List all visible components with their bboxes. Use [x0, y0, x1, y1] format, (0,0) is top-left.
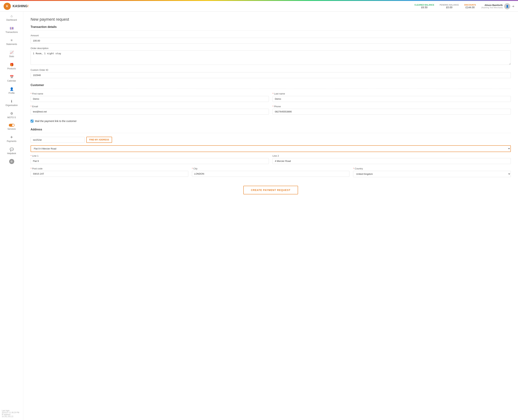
pending-balance: PENDING BALANCE £0.00: [440, 4, 459, 9]
city-postcode-country-row: Post code City Country United Kingdom Un…: [31, 167, 511, 180]
sidebar-item-dashboard[interactable]: ⌂ Dashboard: [0, 12, 23, 24]
dashboard-icon: ⌂: [11, 14, 13, 18]
sidebar-item-label: MOTO S: [7, 116, 16, 119]
order-desc-textarea[interactable]: 1 Room, 1 night stay: [31, 51, 511, 65]
cleared-balance-value: £6.50: [414, 6, 434, 9]
discounts-value: £144.00: [464, 6, 476, 9]
address-dropdown[interactable]: Flat 9 4 Mercier Road: [31, 145, 511, 152]
city-group: City: [192, 167, 350, 177]
custom-order-id-label: Custom Order ID: [31, 69, 511, 71]
main-content: New payment request Transaction details …: [23, 12, 518, 420]
sidebar-item-label: Dashboard: [6, 19, 17, 21]
email-group: Email: [31, 105, 269, 115]
mail-payment-label: Mail the payment link to the customer: [35, 120, 77, 122]
find-address-button[interactable]: FIND MY ADDRESS: [86, 137, 112, 143]
sidebar-item-label: Services: [7, 128, 16, 130]
pending-balance-label: PENDING BALANCE: [440, 4, 459, 6]
logo-section: K KASHING!: [4, 3, 29, 10]
country-label: Country: [353, 167, 511, 170]
cleared-balance-label: CLEARED BALANCE: [414, 4, 434, 6]
postcode-lookup-input[interactable]: [31, 137, 85, 143]
moto-s-icon: ⚙: [10, 112, 13, 115]
line1-label: Line 1: [31, 155, 269, 157]
logo-icon: K: [4, 3, 11, 10]
mail-payment-checkbox[interactable]: [31, 120, 33, 122]
sidebar-item-profile[interactable]: 👤 Profile: [0, 85, 23, 97]
user-section: Alison Bamforth (Kashing Test Merchant) …: [481, 3, 514, 9]
products-icon: 🎁: [10, 63, 14, 67]
payments-icon: ✈: [10, 135, 13, 139]
last-login-date: 2016-07-11 06:29 PM: [2, 412, 21, 413]
phone-input[interactable]: [272, 109, 511, 115]
sidebar-item-label: Transactions: [5, 31, 18, 33]
sidebar-item-label: Calendar: [7, 80, 16, 82]
last-name-label: Last name: [272, 92, 511, 95]
page-title: New payment request: [31, 17, 511, 22]
statements-icon: ≡: [11, 38, 13, 42]
order-desc-group: Order description 1 Room, 1 night stay: [31, 47, 511, 65]
sidebar-item-label: Helpdesk: [7, 152, 16, 155]
sidebar-item-services[interactable]: Services: [0, 121, 23, 133]
name-row: First name Last name: [31, 92, 511, 105]
submit-section: CREATE PAYMENT REQUEST: [31, 180, 511, 200]
first-name-group: First name: [31, 92, 269, 102]
discounts-label: DISCOUNTS: [464, 4, 476, 6]
postcode-label: Post code: [31, 167, 188, 170]
services-toggle-switch[interactable]: [9, 124, 15, 127]
header-right: CLEARED BALANCE £6.50 PENDING BALANCE £0…: [414, 3, 514, 9]
address-lines-row: Line 1 Line 2: [31, 155, 511, 167]
sidebar-item-payments[interactable]: ✈ Payments: [0, 133, 23, 145]
email-label: Email: [31, 105, 269, 108]
sidebar-item-label: Profile: [8, 92, 15, 94]
sidebar: ⌂ Dashboard 💷 Transactions ≡ Statements …: [0, 12, 23, 420]
city-input[interactable]: [192, 171, 350, 177]
line1-input[interactable]: [31, 158, 269, 164]
postcode-lookup-row: FIND MY ADDRESS: [31, 137, 511, 143]
sidebar-footer: Last login 2016-07-11 06:29 PM IP addres…: [0, 407, 23, 420]
postcode-input[interactable]: [31, 171, 188, 177]
logout-icon[interactable]: ➜: [512, 4, 514, 8]
first-name-label: First name: [31, 92, 269, 95]
amount-input[interactable]: [31, 38, 511, 44]
sidebar-item-label: Statements: [6, 43, 17, 45]
organisation-icon: ℹ: [11, 99, 12, 103]
custom-order-id-group: Custom Order ID: [31, 69, 511, 78]
gear-button[interactable]: ⚙: [9, 159, 14, 164]
line2-input[interactable]: [272, 158, 511, 164]
country-group: Country United Kingdom United States Fra…: [353, 167, 511, 177]
sidebar-item-helpdesk[interactable]: 💬 Helpdesk: [0, 145, 23, 157]
mail-payment-row: Mail the payment link to the customer: [31, 120, 511, 122]
order-desc-label: Order description: [31, 47, 511, 50]
sidebar-item-label: Organisation: [5, 104, 18, 106]
sidebar-item-organisation[interactable]: ℹ Organisation: [0, 97, 23, 109]
logo-text: KASHING!: [13, 4, 29, 8]
transactions-icon: 💷: [10, 26, 14, 30]
ip-value: 10.251.251.22: [2, 415, 13, 418]
country-select[interactable]: United Kingdom United States France Germ…: [353, 171, 511, 177]
avatar[interactable]: 👤: [504, 3, 510, 9]
line2-group: Line 2: [272, 155, 511, 164]
sidebar-item-transactions[interactable]: 💷 Transactions: [0, 24, 23, 36]
amount-label: Amount: [31, 34, 511, 37]
phone-group: Phone: [272, 105, 511, 115]
line1-group: Line 1: [31, 155, 269, 164]
phone-label: Phone: [272, 105, 511, 108]
custom-order-id-input[interactable]: [31, 72, 511, 78]
last-login-label: Last login: [2, 410, 21, 412]
sidebar-item-statements[interactable]: ≡ Statements: [0, 36, 23, 48]
last-name-input[interactable]: [272, 96, 511, 102]
email-input[interactable]: [31, 109, 269, 115]
create-payment-button[interactable]: CREATE PAYMENT REQUEST: [243, 186, 298, 194]
sidebar-item-moto-s[interactable]: ⚙ MOTO S: [0, 109, 23, 121]
sidebar-item-stats[interactable]: 📈 Stats: [0, 48, 23, 60]
first-name-input[interactable]: [31, 96, 269, 102]
pending-balance-value: £0.00: [440, 6, 459, 9]
cleared-balance: CLEARED BALANCE £6.50: [414, 4, 434, 9]
ip-label: IP address:: [2, 413, 11, 415]
postcode-group: Post code: [31, 167, 188, 177]
sidebar-item-label: Payments: [7, 140, 16, 142]
line2-label: Line 2: [272, 155, 511, 157]
sidebar-item-calendar[interactable]: 📅 Calendar: [0, 72, 23, 85]
sidebar-item-products[interactable]: 🎁 Products: [0, 60, 23, 72]
user-name: Alison Bamforth: [481, 4, 503, 7]
